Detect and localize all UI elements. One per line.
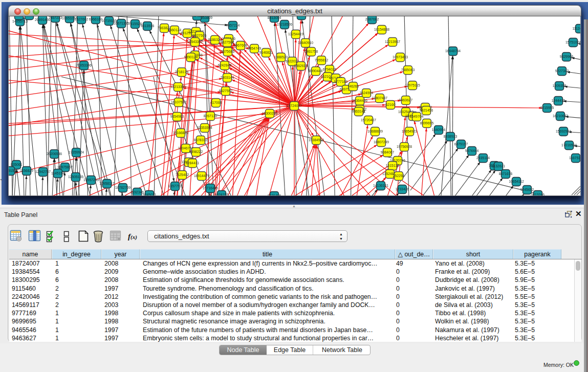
svg-text:9245652: 9245652 [520,188,534,191]
svg-text:13254419: 13254419 [288,32,303,36]
svg-text:7457233: 7457233 [49,16,62,19]
svg-text:7955812: 7955812 [315,58,329,62]
svg-text:9151648: 9151648 [23,16,36,17]
svg-text:8938923: 8938923 [444,135,458,138]
svg-text:f(x): f(x) [128,232,137,240]
svg-text:16914479: 16914479 [194,174,209,178]
svg-text:10973493: 10973493 [393,55,408,59]
svg-text:7357224: 7357224 [226,24,240,27]
svg-text:17957253: 17957253 [83,178,99,182]
svg-text:9245071: 9245071 [143,193,157,195]
svg-text:8121455: 8121455 [268,194,281,195]
svg-text:8678332: 8678332 [194,138,208,142]
svg-text:12213967: 12213967 [385,40,400,43]
svg-text:15716485: 15716485 [203,186,218,190]
svg-text:10046756: 10046756 [178,146,193,150]
svg-text:1192346: 1192346 [130,190,144,194]
svg-text:20691406: 20691406 [35,18,50,21]
svg-text:8990448: 8990448 [309,69,323,73]
svg-text:7515526: 7515526 [128,22,142,26]
svg-text:10688609: 10688609 [367,129,383,133]
svg-text:18724007: 18724007 [287,104,302,107]
svg-text:62160: 62160 [386,103,396,106]
svg-text:6794028: 6794028 [323,68,337,71]
svg-text:8215955: 8215955 [540,106,554,110]
svg-text:19218506: 19218506 [277,23,292,26]
svg-text:15751074: 15751074 [565,40,581,44]
svg-text:8813054: 8813054 [268,16,281,19]
svg-text:2718176: 2718176 [175,70,189,74]
svg-text:2087682: 2087682 [365,17,379,21]
svg-text:1284411: 1284411 [186,161,199,165]
svg-text:15692971: 15692971 [556,129,571,133]
svg-text:14136141: 14136141 [373,184,388,187]
svg-text:1167531: 1167531 [569,156,581,160]
svg-text:16782759: 16782759 [115,186,130,189]
svg-text:6879197: 6879197 [454,142,468,146]
svg-text:11124712: 11124712 [572,27,581,30]
svg-text:17359924: 17359924 [69,150,84,154]
svg-text:12213369: 12213369 [170,85,186,89]
svg-text:16210643: 16210643 [553,114,568,118]
svg-text:1244415: 1244415 [552,99,565,102]
svg-text:8454749: 8454749 [248,47,262,50]
svg-text:9624155: 9624155 [215,193,229,195]
svg-text:1640954: 1640954 [432,128,446,132]
svg-text:9863141: 9863141 [352,110,366,113]
svg-text:16107552: 16107552 [171,100,186,104]
svg-text:1588520: 1588520 [274,55,288,59]
svg-text:6966160: 6966160 [89,17,103,21]
svg-text:1657791: 1657791 [168,184,182,188]
svg-text:8852241: 8852241 [295,16,309,17]
svg-text:1132621: 1132621 [492,164,505,168]
svg-text:7485063: 7485063 [401,68,415,72]
svg-text:252254: 252254 [393,174,405,178]
svg-text:10654112: 10654112 [509,180,524,183]
svg-text:8471676: 8471676 [499,172,513,176]
svg-text:9921456: 9921456 [420,108,433,112]
svg-text:9329966: 9329966 [560,55,574,58]
svg-text:12505135: 12505135 [68,175,83,179]
svg-text:9463627: 9463627 [399,98,413,102]
svg-text:16154838: 16154838 [374,28,389,31]
svg-text:1549764: 1549764 [410,115,424,118]
svg-text:2967608: 2967608 [234,43,248,47]
svg-text:8267130: 8267130 [204,114,217,118]
svg-text:9890124: 9890124 [184,55,198,59]
svg-text:417004: 417004 [210,101,222,104]
svg-text:8660124: 8660124 [168,28,182,32]
svg-text:20364436: 20364436 [352,99,367,102]
svg-text:3675685: 3675685 [221,50,235,53]
svg-text:12942757: 12942757 [35,170,51,173]
svg-text:3624554: 3624554 [360,91,374,95]
svg-text:746266: 746266 [347,84,359,88]
svg-text:9227342: 9227342 [555,69,569,73]
svg-text:12975115: 12975115 [405,83,420,87]
svg-text:1362615: 1362615 [294,64,308,68]
svg-text:10958117: 10958117 [99,182,115,185]
svg-text:17016504: 17016504 [561,143,577,147]
svg-text:8699695: 8699695 [420,121,434,125]
svg-text:11353594: 11353594 [197,126,212,129]
svg-text:9327505: 9327505 [193,34,207,37]
svg-text:2803144: 2803144 [221,76,234,79]
svg-text:19384554: 19384554 [309,138,324,142]
svg-text:2935114: 2935114 [476,156,490,160]
svg-text:1615132: 1615132 [386,164,400,167]
svg-text:18807249: 18807249 [374,140,389,144]
svg-text:9084067: 9084067 [381,150,395,154]
svg-text:9113246: 9113246 [531,193,545,195]
svg-text:8498222: 8498222 [189,150,203,154]
svg-text:835061: 835061 [11,163,23,166]
svg-text:1527602: 1527602 [75,17,89,21]
svg-text:19975867: 19975867 [57,165,73,169]
svg-text:1145194: 1145194 [51,171,64,175]
svg-text:9242848: 9242848 [218,63,232,67]
svg-text:18640910: 18640910 [298,41,313,45]
svg-text:9654963: 9654963 [170,115,184,118]
svg-text:9313516: 9313516 [141,24,155,28]
svg-text:8427552: 8427552 [219,89,233,93]
svg-text:1209358: 1209358 [553,84,567,87]
svg-text:16671355: 16671355 [114,21,129,25]
svg-text:8186323: 8186323 [208,38,222,41]
